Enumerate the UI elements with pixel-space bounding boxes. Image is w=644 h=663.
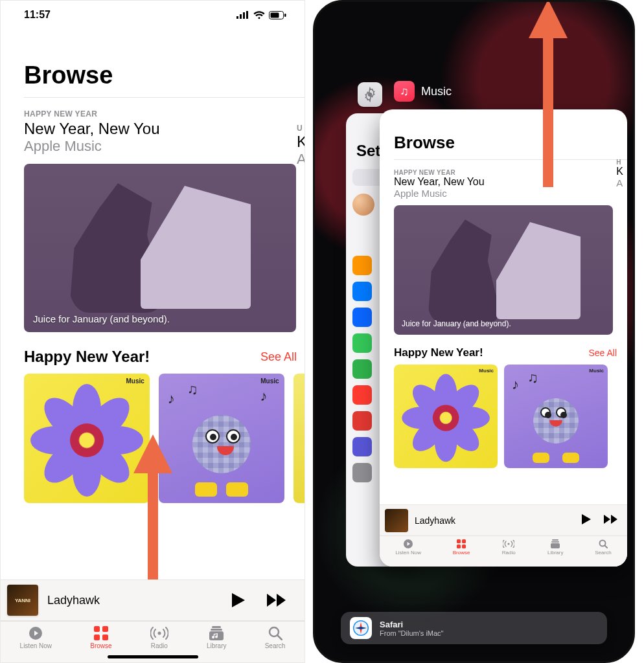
playlist-tile-1[interactable]: Music ★ [24, 374, 150, 503]
playlist-tiles[interactable]: Music ★ Music ♪ ♫ ♪ [1, 374, 305, 503]
tab-listen-now[interactable]: Listen Now [20, 625, 52, 649]
card-playlist-tile-1: Music ★ [394, 365, 498, 468]
playlist-tile-peek[interactable] [293, 374, 305, 503]
gear-icon [362, 87, 378, 102]
character-eye [540, 407, 551, 418]
tab-browse[interactable]: Browse [90, 625, 111, 649]
svg-rect-18 [212, 626, 221, 628]
svg-rect-3 [246, 11, 248, 19]
card-feature-peek: H K A [616, 159, 623, 188]
svg-rect-35 [551, 541, 559, 543]
battery-icon [269, 11, 286, 19]
card-see-all-link[interactable]: See All [588, 348, 617, 358]
character-eye [226, 429, 240, 444]
card-now-playing-artwork [385, 509, 408, 532]
character-boot [226, 482, 248, 497]
search-icon [266, 625, 284, 641]
svg-rect-31 [457, 545, 461, 548]
see-all-link[interactable]: See All [260, 350, 297, 364]
card-section-title: Happy New Year! [394, 346, 483, 359]
play-icon [232, 593, 245, 607]
card-feature-artwork: Juice for January (and beyond). [394, 205, 613, 335]
svg-marker-9 [267, 594, 276, 607]
character-boot [533, 453, 549, 463]
library-icon [548, 539, 562, 549]
card-playlist-tiles: Music ★ Music ♪ ♫ [380, 365, 627, 468]
card-feature-subtitle: Apple Music [394, 188, 627, 199]
svg-marker-26 [611, 515, 617, 524]
tab-search[interactable]: Search [265, 625, 286, 649]
card-tab-library: Library [547, 539, 563, 556]
card-art-caption: Juice for January (and beyond). [402, 319, 511, 328]
card-tab-radio: Radio [501, 539, 516, 556]
music-note-icon: ♪ [168, 390, 175, 407]
general-settings-icon [352, 463, 372, 482]
character-eye [205, 429, 220, 444]
music-note-icon: ♫ [187, 381, 198, 398]
peek-title: K [297, 133, 305, 151]
sounds-settings-icon [352, 411, 372, 431]
play-icon [582, 514, 591, 527]
svg-rect-16 [102, 635, 108, 640]
wifi-settings-icon [352, 282, 372, 301]
svg-rect-32 [462, 545, 466, 548]
compass-icon [352, 620, 369, 636]
home-indicator[interactable] [108, 655, 198, 658]
now-playing-bar[interactable]: YANNI Ladyhawk [1, 579, 305, 621]
settings-app-icon [358, 82, 382, 107]
svg-rect-29 [457, 539, 461, 543]
next-track-button[interactable] [260, 590, 293, 611]
avatar [352, 194, 374, 216]
app-switcher-card-music[interactable]: Browse HAPPY NEW YEAR New Year, New You … [380, 109, 627, 567]
radio-waves-icon [150, 625, 168, 641]
play-button[interactable] [225, 589, 251, 611]
svg-rect-5 [271, 12, 279, 17]
character-boot [195, 482, 217, 497]
app-switcher-music-header: ♫ Music [394, 81, 452, 102]
feature-artwork[interactable]: Juice for January (and beyond). [24, 164, 296, 332]
svg-marker-10 [277, 594, 286, 607]
svg-rect-2 [243, 12, 245, 19]
search-icon [596, 539, 610, 549]
card-feature-title: New Year, New You [394, 176, 627, 188]
feature-card-peek[interactable]: U K A [297, 124, 305, 363]
card-tab-listen-now: Listen Now [395, 539, 421, 556]
playlist-tile-2[interactable]: Music ♪ ♫ ♪ [159, 374, 284, 503]
feature-eyebrow: HAPPY NEW YEAR [24, 109, 305, 118]
card-now-playing-bar: Ladyhawk [380, 504, 627, 535]
play-circle-icon [401, 539, 415, 549]
card-playlist-tile-2: Music ♪ ♫ [504, 365, 608, 468]
handoff-source: From "Dilum's iMac" [380, 629, 444, 637]
artwork-sculpture [141, 186, 251, 309]
svg-rect-36 [551, 543, 560, 548]
bluetooth-settings-icon [352, 308, 372, 327]
flower-artwork: ★ [38, 392, 135, 489]
now-playing-artwork[interactable]: YANNI [7, 585, 38, 616]
focus-settings-icon [352, 437, 372, 456]
card-feature-eyebrow: HAPPY NEW YEAR [394, 169, 627, 176]
tab-library[interactable]: Library [207, 625, 227, 649]
svg-point-17 [157, 632, 161, 635]
feature-card[interactable]: HAPPY NEW YEAR New Year, New You Apple M… [1, 98, 305, 332]
music-app-label: Music [421, 85, 452, 98]
playlists-section: Happy New Year! See All Music ★ Music ♪ … [1, 332, 305, 503]
cellular-settings-icon [352, 333, 372, 353]
tab-radio[interactable]: Radio [150, 625, 168, 649]
svg-rect-14 [102, 626, 108, 632]
radio-waves-icon [501, 539, 516, 549]
handoff-text: Safari From "Dilum's iMac" [380, 620, 444, 637]
feature-art-caption: Juice for January (and beyond). [33, 313, 170, 324]
svg-marker-24 [582, 514, 591, 524]
peek-subtitle: A [297, 151, 305, 168]
svg-rect-13 [94, 626, 100, 632]
apple-music-tag: Music [126, 377, 144, 385]
library-icon [207, 625, 225, 641]
handoff-suggestion-pill[interactable]: Safari From "Dilum's iMac" [341, 612, 607, 644]
cellular-signal-icon [236, 11, 249, 19]
music-note-icon: ♪ [512, 376, 519, 393]
card-feature: HAPPY NEW YEAR New Year, New You Apple M… [380, 160, 627, 199]
wifi-icon [253, 11, 265, 19]
apple-music-tag: Music [589, 368, 604, 374]
svg-rect-19 [211, 629, 222, 631]
svg-point-33 [508, 543, 510, 545]
